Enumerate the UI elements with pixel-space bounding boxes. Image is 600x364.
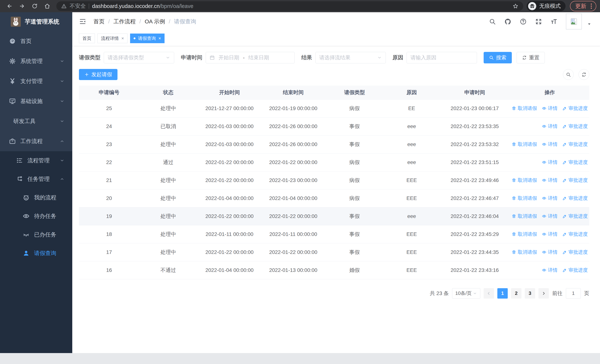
cancel-action-link[interactable]: 取消请假 <box>512 105 537 112</box>
browser-back-button[interactable] <box>4 1 15 11</box>
progress-action-link[interactable]: 审批进度 <box>562 105 588 112</box>
hide-search-button[interactable] <box>563 69 574 80</box>
column-header: 操作 <box>510 86 589 99</box>
sidebar-item-workflow[interactable]: 工作流程 <box>0 131 72 151</box>
browser-menu-icon[interactable] <box>590 2 593 10</box>
browser-reload-button[interactable] <box>29 1 40 11</box>
cancel-action-label: 取消请假 <box>518 141 537 148</box>
sidebar-item-leave-query[interactable]: 请假查询 <box>0 244 72 262</box>
page-button-3[interactable]: 3 <box>525 288 535 299</box>
cancel-action-link[interactable]: 取消请假 <box>512 141 537 148</box>
progress-action-link[interactable]: 审批进度 <box>562 141 588 148</box>
edit-icon <box>562 124 567 129</box>
detail-action-link[interactable]: 详情 <box>542 105 558 112</box>
sidebar-item-label: 流程管理 <box>28 157 50 164</box>
detail-action-link[interactable]: 详情 <box>542 141 558 148</box>
page-button-2[interactable]: 2 <box>511 288 521 299</box>
cancel-action-link[interactable]: 取消请假 <box>512 195 537 201</box>
browser-home-button[interactable] <box>41 1 53 11</box>
detail-action-link[interactable]: 详情 <box>542 123 558 130</box>
detail-action-link[interactable]: 详情 <box>542 213 558 219</box>
cancel-action-link[interactable]: 取消请假 <box>512 177 537 184</box>
next-page-button[interactable] <box>538 288 549 299</box>
leave-type-select[interactable]: 请选择请假类型 <box>104 52 174 63</box>
breadcrumb-item[interactable]: OA 示例 <box>145 18 165 25</box>
close-tab-icon[interactable]: × <box>159 36 161 41</box>
browser-update-button[interactable]: 更新 <box>570 1 596 11</box>
page-size-select[interactable]: 10条/页 <box>452 288 480 299</box>
progress-action-link[interactable]: 审批进度 <box>562 123 588 130</box>
sidebar-item-devtools[interactable]: 研发工具 <box>0 111 72 131</box>
detail-action-link[interactable]: 详情 <box>542 231 558 237</box>
sidebar-item-home[interactable]: 首页 <box>0 31 72 51</box>
cancel-action-label: 取消请假 <box>518 231 537 237</box>
cancel-action-link[interactable]: 取消请假 <box>512 249 537 255</box>
refresh-table-button[interactable] <box>579 69 589 80</box>
table-row: 25处理中2021-12-27 00:00:002022-01-19 00:00… <box>79 99 589 117</box>
page-button-1[interactable]: 1 <box>497 288 508 299</box>
end-time-cell: 2022-01-26 00:00:00 <box>262 117 325 135</box>
font-size-icon[interactable] <box>551 18 557 25</box>
sidebar-item-process-mgmt[interactable]: 流程管理 <box>0 151 72 170</box>
sidebar-item-system[interactable]: 系统管理 <box>0 51 72 71</box>
breadcrumb-item[interactable]: 首页 <box>94 18 104 25</box>
tab-leave-query[interactable]: 请假查询× <box>130 34 165 43</box>
progress-action-link[interactable]: 审批进度 <box>562 267 588 273</box>
search-button[interactable]: 搜索 <box>484 52 512 63</box>
help-icon[interactable] <box>520 18 527 25</box>
tab-home[interactable]: 首页 <box>79 34 95 43</box>
end-time-cell: 2022-01-22 00:00:00 <box>262 207 325 225</box>
progress-action-link[interactable]: 审批进度 <box>562 213 588 219</box>
breadcrumb-item[interactable]: 工作流程 <box>113 18 136 25</box>
reason-input[interactable] <box>407 52 477 63</box>
progress-action-link[interactable]: 审批进度 <box>562 195 588 201</box>
cancel-action-link[interactable]: 取消请假 <box>512 231 537 237</box>
column-header: 请假类型 <box>325 86 384 99</box>
reset-button[interactable]: 重置 <box>517 52 545 63</box>
sidebar-item-done-task[interactable]: 已办任务 <box>0 225 72 244</box>
actions-cell: 取消请假详情审批进度 <box>510 171 589 189</box>
fullscreen-icon[interactable] <box>535 18 542 25</box>
result-select[interactable]: 请选择流结果 <box>315 52 386 63</box>
apply-time-range-picker[interactable]: 开始日期 - 结束日期 <box>206 52 295 63</box>
browser-forward-button[interactable] <box>16 1 28 11</box>
avatar[interactable] <box>566 14 582 29</box>
status-cell: 通过 <box>139 153 197 171</box>
actions-cell: 取消请假详情审批进度 <box>510 243 589 261</box>
request-id-cell: 16 <box>79 261 139 279</box>
user-menu-caret-icon[interactable] <box>587 22 591 26</box>
detail-action-link[interactable]: 详情 <box>542 177 558 184</box>
chevron-down-icon <box>377 55 382 60</box>
eye-closed-icon <box>23 231 30 238</box>
tab-label: 请假查询 <box>138 35 156 41</box>
search-icon[interactable] <box>489 18 496 25</box>
progress-action-link[interactable]: 审批进度 <box>562 249 588 255</box>
sidebar-item-task-mgmt[interactable]: 任务管理 <box>0 170 72 188</box>
github-icon[interactable] <box>504 18 511 25</box>
sidebar-collapse-icon[interactable] <box>79 18 86 25</box>
view-icon <box>542 142 546 147</box>
sidebar-item-my-process[interactable]: 我的流程 <box>0 188 72 207</box>
close-tab-icon[interactable]: × <box>121 36 124 41</box>
progress-action-link[interactable]: 审批进度 <box>562 177 588 184</box>
progress-action-link[interactable]: 审批进度 <box>562 159 588 166</box>
cancel-action-link[interactable]: 取消请假 <box>512 213 537 219</box>
sidebar-item-todo-task[interactable]: 待办任务 <box>0 207 72 225</box>
create-leave-button[interactable]: 发起请假 <box>79 69 117 80</box>
prev-page-button[interactable] <box>484 288 494 299</box>
app-logo[interactable]: 芋道管理系统 <box>0 12 72 31</box>
detail-action-link[interactable]: 详情 <box>542 159 558 166</box>
progress-action-link[interactable]: 审批进度 <box>562 231 588 237</box>
tab-process-detail[interactable]: 流程详情× <box>97 34 128 43</box>
bookmark-star-icon[interactable] <box>513 3 518 9</box>
progress-action-label: 审批进度 <box>569 231 588 237</box>
address-bar[interactable]: 不安全 dashboard.yudao.iocoder.cn/bpm/oa/le… <box>56 1 523 11</box>
detail-action-link[interactable]: 详情 <box>542 195 558 201</box>
sidebar-item-payment[interactable]: 支付管理 <box>0 71 72 91</box>
apply-time-cell: 2022-01-23 00:06:17 <box>439 99 510 117</box>
sidebar-item-infra[interactable]: 基础设施 <box>0 91 72 111</box>
detail-action-link[interactable]: 详情 <box>542 267 558 273</box>
detail-action-link[interactable]: 详情 <box>542 249 558 255</box>
start-time-cell: 2022-01-04 00:00:00 <box>197 261 262 279</box>
goto-page-input[interactable] <box>566 288 581 299</box>
